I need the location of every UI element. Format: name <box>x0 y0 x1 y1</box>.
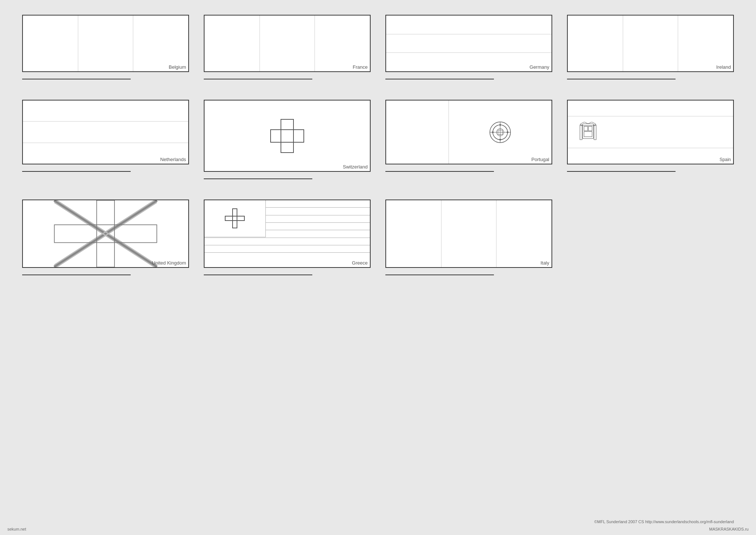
flag-wrapper-uk: United Kingdom <box>22 200 189 268</box>
greece-write-line <box>204 275 312 275</box>
switzerland-flag <box>205 100 370 171</box>
germany-flag <box>386 16 551 71</box>
flag-box-switzerland: Switzerland <box>204 100 371 172</box>
belgium-flag <box>23 16 188 71</box>
portugal-write-line <box>385 171 494 172</box>
netherlands-label: Netherlands <box>160 157 186 162</box>
svg-rect-16 <box>584 126 588 131</box>
svg-rect-1 <box>271 130 304 142</box>
flag-wrapper-greece: Greece <box>204 200 371 268</box>
flag-wrapper-spain: Spain <box>567 100 734 164</box>
portugal-flag <box>386 100 551 164</box>
footer-left: sekum.net <box>7 527 26 531</box>
svg-rect-0 <box>281 119 293 153</box>
stripe-3 <box>133 16 188 71</box>
flag-box-ireland: Ireland <box>567 15 734 72</box>
portugal-left <box>386 100 449 164</box>
italy-flag <box>386 200 551 267</box>
flag-cell-ireland: Ireland <box>567 15 734 79</box>
footer-right: MASKRASKAKIDS.ru <box>709 527 749 531</box>
portugal-label: Portugal <box>532 157 549 162</box>
switzerland-write-line <box>204 178 312 179</box>
flag-wrapper-switzerland: Switzerland <box>204 100 371 172</box>
footer-watermark-text: ©MFL Sunderland 2007 CS http://www.sunde… <box>594 519 734 524</box>
footer-left-text: sekum.net <box>7 527 26 531</box>
stripe-1 <box>205 16 260 71</box>
flag-box-portugal: Portugal <box>385 100 552 164</box>
svg-rect-18 <box>584 132 592 137</box>
spain-middle-stripe <box>568 116 733 148</box>
germany-write-line <box>385 79 494 79</box>
stripe-2 <box>23 122 188 143</box>
swiss-cross-svg <box>267 116 307 156</box>
flag-cell-uk: United Kingdom <box>22 200 189 275</box>
svg-rect-29 <box>233 209 237 228</box>
flag-wrapper-belgium: Belgium <box>22 15 189 72</box>
stripe-1 <box>23 100 188 122</box>
netherlands-flag <box>23 100 188 164</box>
svg-rect-14 <box>580 125 582 140</box>
switzerland-label: Switzerland <box>343 164 368 170</box>
flag-wrapper-portugal: Portugal <box>385 100 552 164</box>
uk-write-line <box>22 275 131 275</box>
stripe-3 <box>678 16 733 71</box>
flag-wrapper-germany: Germany <box>385 15 552 72</box>
france-write-line <box>204 79 312 79</box>
stripe-2 <box>78 16 134 71</box>
svg-rect-30 <box>225 216 244 221</box>
flag-cell-belgium: Belgium <box>22 15 189 79</box>
flag-box-uk: United Kingdom <box>22 200 189 268</box>
flag-box-italy: Italy <box>385 200 552 268</box>
spain-flag <box>568 100 733 164</box>
italy-write-line <box>385 275 494 275</box>
stripe-3 <box>315 16 370 71</box>
flag-box-greece: Greece <box>204 200 371 268</box>
stripe-1 <box>386 200 441 267</box>
flag-box-spain: Spain <box>567 100 734 164</box>
svg-rect-17 <box>588 126 592 131</box>
ireland-write-line <box>567 79 676 79</box>
stripe-2 <box>441 200 497 267</box>
flag-cell-greece: Greece <box>204 200 371 275</box>
uk-label: United Kingdom <box>152 260 186 266</box>
flag-cell-germany: Germany <box>385 15 552 79</box>
spain-write-line <box>567 171 676 172</box>
flag-cell-portugal: Portugal <box>385 100 552 179</box>
flags-row-1: Belgium France <box>22 15 734 79</box>
flag-cell-netherlands: Netherlands <box>22 100 189 179</box>
italy-label: Italy <box>540 260 549 266</box>
stripe-3 <box>496 200 551 267</box>
ireland-label: Ireland <box>716 64 731 70</box>
stripe-2 <box>386 34 551 53</box>
page: Belgium France <box>0 0 756 535</box>
ireland-flag <box>568 16 733 71</box>
flag-box-germany: Germany <box>385 15 552 72</box>
flag-cell-spain: Spain <box>567 100 734 179</box>
flag-wrapper-france: France <box>204 15 371 72</box>
flag-cell-france: France <box>204 15 371 79</box>
greece-cross-svg <box>224 207 246 229</box>
flags-grid: Belgium France <box>22 15 734 296</box>
greece-canton <box>205 200 266 237</box>
flag-box-france: France <box>204 15 371 72</box>
flag-wrapper-ireland: Ireland <box>567 15 734 72</box>
stripe-1 <box>23 16 78 71</box>
flag-cell-switzerland: Switzerland <box>204 100 371 179</box>
flag-wrapper-netherlands: Netherlands <box>22 100 189 164</box>
netherlands-write-line <box>22 171 131 172</box>
greece-label: Greece <box>352 260 368 266</box>
spain-label: Spain <box>719 157 731 162</box>
stripe-1 <box>386 16 551 34</box>
footer-watermark: ©MFL Sunderland 2007 CS http://www.sunde… <box>594 519 734 524</box>
flags-row-2: Netherlands <box>22 100 734 179</box>
stripe-2 <box>623 16 678 71</box>
spain-bottom-stripe <box>568 148 733 164</box>
flag-wrapper-italy: Italy <box>385 200 552 268</box>
stripe-3 <box>386 53 551 71</box>
belgium-label: Belgium <box>169 64 186 70</box>
uk-flag <box>23 200 188 267</box>
flag-box-belgium: Belgium <box>22 15 189 72</box>
germany-label: Germany <box>530 64 549 70</box>
flags-row-3: United Kingdom <box>22 200 734 275</box>
france-flag <box>205 16 370 71</box>
